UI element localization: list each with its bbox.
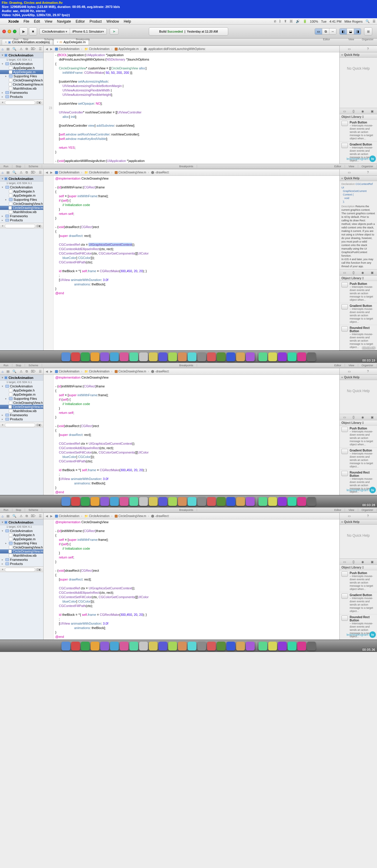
dock-app[interactable]: [307, 497, 316, 506]
tree-row[interactable]: Frameworks: [0, 558, 43, 562]
dock-app[interactable]: [168, 497, 177, 506]
dock-app[interactable]: [297, 497, 306, 506]
tree-row[interactable]: CircleDrawingView.h: [0, 401, 43, 405]
dock-app[interactable]: [178, 497, 187, 506]
organizer-button[interactable]: ⊞: [364, 27, 372, 36]
breakpoints-toggle[interactable]: [110, 28, 118, 35]
add-icon[interactable]: +: [2, 101, 3, 104]
dock-app[interactable]: [120, 642, 128, 650]
tree-row[interactable]: AppDelegate.h: [0, 388, 43, 393]
navigator-selector-bar[interactable]: ⌂▤🔍⚠⧉⌦☰: [0, 46, 43, 52]
zoom-window-button[interactable]: [13, 30, 17, 33]
dock-app[interactable]: [81, 497, 90, 506]
dock-app[interactable]: [207, 352, 216, 361]
dock-app[interactable]: [187, 352, 197, 361]
menu-xcode[interactable]: Xcode: [6, 20, 21, 24]
dock-app[interactable]: [246, 642, 255, 650]
tree-row[interactable]: Products: [0, 562, 43, 566]
close-tab-icon[interactable]: ×: [57, 40, 59, 44]
dock-app[interactable]: [278, 497, 287, 506]
status-user[interactable]: Mike Rogers: [343, 20, 364, 23]
dock-app[interactable]: [61, 497, 70, 506]
menu-editor[interactable]: Editor: [73, 20, 87, 24]
dock-app[interactable]: [168, 642, 177, 650]
status-day[interactable]: Tue: [320, 20, 328, 23]
run-button[interactable]: [20, 27, 28, 36]
dock-app[interactable]: [187, 642, 197, 650]
dock-app[interactable]: [100, 352, 109, 361]
source-text[interactable]: - (BOOL)application:(UIApplication *)app…: [54, 52, 339, 164]
dock-app[interactable]: [71, 352, 80, 361]
menu-view[interactable]: View: [42, 20, 55, 24]
dock-app[interactable]: [71, 497, 80, 506]
dock-app[interactable]: [307, 642, 316, 650]
dock-app[interactable]: [236, 352, 245, 361]
forward-icon[interactable]: ▶: [50, 47, 54, 51]
tree-row[interactable]: CircleDrawingView.h: [0, 545, 43, 549]
tree-row[interactable]: CircleAnimation: [0, 529, 43, 533]
dock-app[interactable]: [226, 352, 235, 361]
line-gutter[interactable]: 23: [44, 52, 54, 164]
dock-app[interactable]: [297, 352, 306, 361]
tree-row[interactable]: AppDelegate.m: [0, 537, 43, 541]
status-airport-icon[interactable]: ⥣: [283, 20, 288, 23]
tree-row[interactable]: MainWindow.xib: [0, 86, 43, 91]
stop-button[interactable]: [29, 27, 37, 36]
notification-center-icon[interactable]: ☰: [371, 20, 377, 23]
menu-product[interactable]: Product: [87, 20, 104, 24]
dock-app[interactable]: [100, 497, 109, 506]
tree-row[interactable]: CircleAnimation: [0, 185, 43, 189]
dock-app[interactable]: [197, 642, 206, 650]
dock-app[interactable]: [197, 352, 206, 361]
dock-app[interactable]: [178, 642, 187, 650]
menu-help[interactable]: Help: [121, 20, 134, 24]
dock-app[interactable]: [71, 642, 80, 650]
dock-app[interactable]: [288, 352, 296, 361]
navigator-filter-input[interactable]: [5, 100, 35, 105]
tree-row[interactable]: Frameworks: [0, 413, 43, 417]
status-time[interactable]: 4:41 PM: [328, 20, 343, 23]
dock-app[interactable]: [149, 642, 157, 650]
library-item[interactable]: Push Button– Intercepts mouse-down event…: [340, 426, 377, 448]
tree-row[interactable]: AppDelegate.m: [0, 70, 43, 74]
dock-app[interactable]: [226, 497, 235, 506]
tree-row[interactable]: Supporting Files: [0, 397, 43, 401]
tree-row[interactable]: AppDelegate.h: [0, 66, 43, 70]
tree-row[interactable]: CircleDrawingView.m: [0, 405, 43, 409]
tree-row[interactable]: MainWindow.xib: [0, 409, 43, 413]
menu-edit[interactable]: Edit: [31, 20, 42, 24]
dock-app[interactable]: [236, 497, 245, 506]
dock-app[interactable]: [110, 352, 119, 361]
view-panels-segment[interactable]: ◧ ⬓ ◨: [339, 28, 361, 35]
dock-app[interactable]: [259, 642, 267, 650]
library-item[interactable]: Gradient Button– Intercepts mouse-down e…: [340, 592, 377, 614]
dock-app[interactable]: [120, 497, 128, 506]
dock-app[interactable]: [81, 642, 90, 650]
dock-app[interactable]: [207, 642, 216, 650]
dock-app[interactable]: [278, 642, 287, 650]
dock-app[interactable]: [259, 497, 267, 506]
tree-row[interactable]: AppDelegate.h: [0, 533, 43, 537]
dock-app[interactable]: [158, 352, 167, 361]
dock-app[interactable]: [307, 352, 316, 361]
tree-row[interactable]: CircleDrawingView.m: [0, 206, 43, 210]
dock-app[interactable]: [100, 642, 109, 650]
quick-help-header[interactable]: ▾Quick Help: [340, 52, 377, 58]
source-text[interactable]: @implementation CircleDrawingView - (id)…: [54, 176, 339, 350]
status-battery-icon[interactable]: 🔋: [301, 20, 309, 23]
dock-app[interactable]: [110, 497, 119, 506]
tree-row[interactable]: Frameworks: [0, 214, 43, 218]
tree-row[interactable]: AppDelegate.h: [0, 189, 43, 193]
dock-app[interactable]: [158, 497, 167, 506]
menu-navigate[interactable]: Navigate: [55, 20, 73, 24]
dock-app[interactable]: [268, 497, 277, 506]
close-window-button[interactable]: [2, 30, 6, 33]
editor-mode-segment[interactable]: ▭ ⧉ ↔: [315, 28, 337, 35]
back-icon[interactable]: ◀: [45, 47, 49, 51]
tree-row[interactable]: Products: [0, 218, 43, 222]
status-volume-icon[interactable]: 🔊: [294, 20, 301, 23]
dock-app[interactable]: [61, 352, 70, 361]
tree-row[interactable]: CircleAnimation: [0, 384, 43, 388]
dock-app[interactable]: [297, 642, 306, 650]
tree-row[interactable]: Supporting Files: [0, 197, 43, 202]
